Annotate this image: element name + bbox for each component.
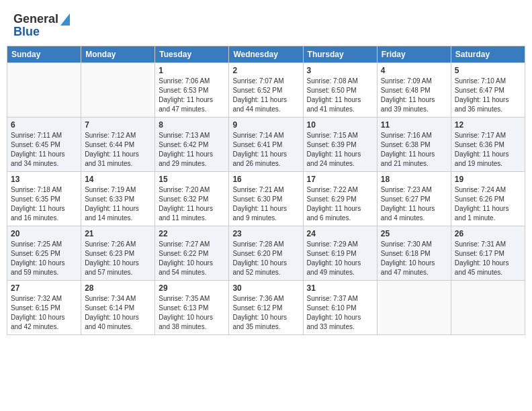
calendar-cell: 17Sunrise: 7:22 AM Sunset: 6:29 PM Dayli… (303, 172, 377, 226)
calendar-cell: 26Sunrise: 7:31 AM Sunset: 6:17 PM Dayli… (451, 226, 525, 281)
day-number: 4 (381, 66, 447, 75)
day-number: 3 (307, 66, 373, 75)
day-header-tuesday: Tuesday (155, 46, 229, 63)
calendar-header-row: SundayMondayTuesdayWednesdayThursdayFrid… (7, 46, 525, 63)
day-info: Sunrise: 7:29 AM Sunset: 6:19 PM Dayligh… (307, 240, 373, 277)
day-number: 5 (455, 66, 521, 75)
day-number: 20 (11, 229, 77, 238)
day-info: Sunrise: 7:21 AM Sunset: 6:30 PM Dayligh… (232, 185, 299, 223)
day-number: 2 (232, 66, 299, 75)
day-number: 8 (159, 120, 225, 130)
day-number: 1 (159, 66, 225, 75)
calendar-cell: 24Sunrise: 7:29 AM Sunset: 6:19 PM Dayli… (303, 226, 377, 281)
calendar-cell: 29Sunrise: 7:35 AM Sunset: 6:13 PM Dayli… (155, 281, 229, 335)
logo-blue: Blue (13, 25, 40, 39)
day-info: Sunrise: 7:31 AM Sunset: 6:17 PM Dayligh… (455, 240, 521, 277)
calendar-table: SundayMondayTuesdayWednesdayThursdayFrid… (7, 46, 525, 335)
calendar-cell (81, 63, 155, 118)
day-number: 27 (11, 283, 77, 293)
day-info: Sunrise: 7:27 AM Sunset: 6:22 PM Dayligh… (159, 240, 225, 277)
day-number: 31 (307, 283, 373, 293)
calendar-cell: 9Sunrise: 7:14 AM Sunset: 6:41 PM Daylig… (229, 118, 303, 172)
week-row-3: 13Sunrise: 7:18 AM Sunset: 6:35 PM Dayli… (7, 172, 525, 226)
day-number: 13 (11, 175, 77, 184)
day-number: 11 (381, 120, 447, 130)
day-info: Sunrise: 7:13 AM Sunset: 6:42 PM Dayligh… (159, 131, 225, 169)
day-info: Sunrise: 7:12 AM Sunset: 6:44 PM Dayligh… (85, 131, 151, 169)
day-info: Sunrise: 7:08 AM Sunset: 6:50 PM Dayligh… (307, 77, 373, 114)
day-info: Sunrise: 7:19 AM Sunset: 6:33 PM Dayligh… (85, 185, 151, 223)
calendar-cell: 13Sunrise: 7:18 AM Sunset: 6:35 PM Dayli… (7, 172, 81, 226)
calendar-cell: 10Sunrise: 7:15 AM Sunset: 6:39 PM Dayli… (303, 118, 377, 172)
calendar-cell: 22Sunrise: 7:27 AM Sunset: 6:22 PM Dayli… (155, 226, 229, 281)
calendar-cell (377, 281, 451, 335)
day-header-friday: Friday (377, 46, 451, 63)
day-number: 22 (159, 229, 225, 238)
day-number: 30 (232, 283, 299, 293)
day-number: 26 (455, 229, 521, 238)
page-header: General Blue (7, 7, 525, 42)
day-info: Sunrise: 7:15 AM Sunset: 6:39 PM Dayligh… (307, 131, 373, 169)
logo: General Blue (13, 12, 70, 39)
day-info: Sunrise: 7:24 AM Sunset: 6:26 PM Dayligh… (455, 185, 521, 223)
calendar-cell: 3Sunrise: 7:08 AM Sunset: 6:50 PM Daylig… (303, 63, 377, 118)
calendar-cell: 14Sunrise: 7:19 AM Sunset: 6:33 PM Dayli… (81, 172, 155, 226)
day-header-sunday: Sunday (7, 46, 81, 63)
day-info: Sunrise: 7:07 AM Sunset: 6:52 PM Dayligh… (232, 77, 299, 114)
calendar-cell: 7Sunrise: 7:12 AM Sunset: 6:44 PM Daylig… (81, 118, 155, 172)
day-info: Sunrise: 7:14 AM Sunset: 6:41 PM Dayligh… (232, 131, 299, 169)
calendar-cell: 2Sunrise: 7:07 AM Sunset: 6:52 PM Daylig… (229, 63, 303, 118)
calendar-cell: 20Sunrise: 7:25 AM Sunset: 6:25 PM Dayli… (7, 226, 81, 281)
week-row-4: 20Sunrise: 7:25 AM Sunset: 6:25 PM Dayli… (7, 226, 525, 281)
week-row-2: 6Sunrise: 7:11 AM Sunset: 6:45 PM Daylig… (7, 118, 525, 172)
day-number: 7 (85, 120, 151, 130)
calendar-cell: 31Sunrise: 7:37 AM Sunset: 6:10 PM Dayli… (303, 281, 377, 335)
day-info: Sunrise: 7:34 AM Sunset: 6:14 PM Dayligh… (85, 294, 151, 332)
day-info: Sunrise: 7:30 AM Sunset: 6:18 PM Dayligh… (381, 240, 447, 277)
day-info: Sunrise: 7:10 AM Sunset: 6:47 PM Dayligh… (455, 77, 521, 114)
day-info: Sunrise: 7:26 AM Sunset: 6:23 PM Dayligh… (85, 240, 151, 277)
day-number: 6 (11, 120, 77, 130)
day-number: 14 (85, 175, 151, 184)
day-info: Sunrise: 7:36 AM Sunset: 6:12 PM Dayligh… (232, 294, 299, 332)
calendar-cell (7, 63, 81, 118)
day-header-wednesday: Wednesday (229, 46, 303, 63)
day-number: 9 (232, 120, 299, 130)
day-number: 16 (232, 175, 299, 184)
calendar-cell: 25Sunrise: 7:30 AM Sunset: 6:18 PM Dayli… (377, 226, 451, 281)
day-number: 29 (159, 283, 225, 293)
day-info: Sunrise: 7:09 AM Sunset: 6:48 PM Dayligh… (381, 77, 447, 114)
day-number: 28 (85, 283, 151, 293)
day-info: Sunrise: 7:37 AM Sunset: 6:10 PM Dayligh… (307, 294, 373, 332)
calendar-cell: 6Sunrise: 7:11 AM Sunset: 6:45 PM Daylig… (7, 118, 81, 172)
day-number: 15 (159, 175, 225, 184)
calendar-cell: 1Sunrise: 7:06 AM Sunset: 6:53 PM Daylig… (155, 63, 229, 118)
day-info: Sunrise: 7:35 AM Sunset: 6:13 PM Dayligh… (159, 294, 225, 332)
day-number: 12 (455, 120, 521, 130)
calendar-cell: 30Sunrise: 7:36 AM Sunset: 6:12 PM Dayli… (229, 281, 303, 335)
calendar-cell: 23Sunrise: 7:28 AM Sunset: 6:20 PM Dayli… (229, 226, 303, 281)
day-info: Sunrise: 7:06 AM Sunset: 6:53 PM Dayligh… (159, 77, 225, 114)
calendar-cell: 28Sunrise: 7:34 AM Sunset: 6:14 PM Dayli… (81, 281, 155, 335)
calendar-cell: 18Sunrise: 7:23 AM Sunset: 6:27 PM Dayli… (377, 172, 451, 226)
week-row-5: 27Sunrise: 7:32 AM Sunset: 6:15 PM Dayli… (7, 281, 525, 335)
day-number: 19 (455, 175, 521, 184)
logo-general: General (13, 12, 58, 26)
week-row-1: 1Sunrise: 7:06 AM Sunset: 6:53 PM Daylig… (7, 63, 525, 118)
day-info: Sunrise: 7:18 AM Sunset: 6:35 PM Dayligh… (11, 185, 77, 223)
day-number: 10 (307, 120, 373, 130)
calendar-cell: 12Sunrise: 7:17 AM Sunset: 6:36 PM Dayli… (451, 118, 525, 172)
day-number: 24 (307, 229, 373, 238)
calendar-cell: 15Sunrise: 7:20 AM Sunset: 6:32 PM Dayli… (155, 172, 229, 226)
day-info: Sunrise: 7:16 AM Sunset: 6:38 PM Dayligh… (381, 131, 447, 169)
calendar-cell: 8Sunrise: 7:13 AM Sunset: 6:42 PM Daylig… (155, 118, 229, 172)
calendar-cell: 19Sunrise: 7:24 AM Sunset: 6:26 PM Dayli… (451, 172, 525, 226)
day-info: Sunrise: 7:17 AM Sunset: 6:36 PM Dayligh… (455, 131, 521, 169)
calendar-cell: 27Sunrise: 7:32 AM Sunset: 6:15 PM Dayli… (7, 281, 81, 335)
day-info: Sunrise: 7:20 AM Sunset: 6:32 PM Dayligh… (159, 185, 225, 223)
day-info: Sunrise: 7:22 AM Sunset: 6:29 PM Dayligh… (307, 185, 373, 223)
day-number: 23 (232, 229, 299, 238)
calendar-cell: 4Sunrise: 7:09 AM Sunset: 6:48 PM Daylig… (377, 63, 451, 118)
day-info: Sunrise: 7:28 AM Sunset: 6:20 PM Dayligh… (232, 240, 299, 277)
day-number: 21 (85, 229, 151, 238)
